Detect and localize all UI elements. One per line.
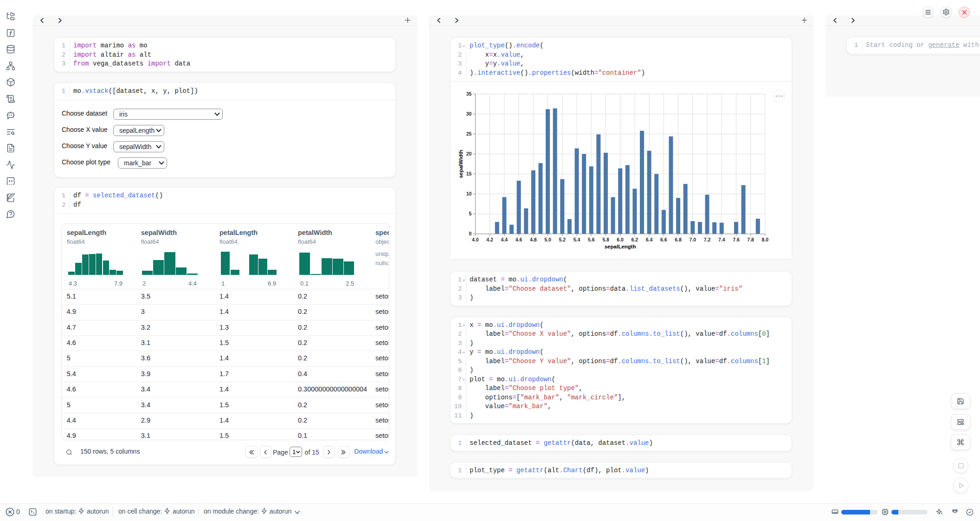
svg-text:5: 5 (469, 211, 472, 216)
svg-text:6.4: 6.4 (646, 237, 653, 242)
svg-text:sepalWidth: sepalWidth (458, 150, 464, 178)
svg-text:10: 10 (466, 191, 472, 196)
svg-text:5.8: 5.8 (602, 237, 609, 242)
svg-text:7.0: 7.0 (689, 237, 696, 242)
svg-text:30: 30 (466, 111, 472, 117)
svg-text:6.2: 6.2 (632, 237, 638, 242)
svg-text:5.0: 5.0 (544, 237, 551, 242)
svg-text:4.0: 4.0 (472, 237, 479, 242)
svg-text:35: 35 (466, 91, 472, 97)
svg-text:5.6: 5.6 (588, 237, 595, 242)
svg-text:8.0: 8.0 (762, 237, 769, 242)
svg-text:7.2: 7.2 (704, 237, 711, 242)
svg-text:5.4: 5.4 (574, 237, 580, 242)
svg-text:4.2: 4.2 (486, 237, 493, 242)
svg-text:4.6: 4.6 (516, 237, 522, 242)
svg-text:15: 15 (466, 171, 472, 176)
svg-text:4.4: 4.4 (501, 237, 508, 242)
svg-text:5.2: 5.2 (559, 237, 566, 242)
svg-text:6.6: 6.6 (660, 237, 667, 242)
svg-text:7.8: 7.8 (747, 237, 754, 242)
svg-text:7.4: 7.4 (718, 237, 725, 242)
svg-text:7.6: 7.6 (733, 237, 740, 242)
svg-text:4.8: 4.8 (530, 237, 537, 242)
svg-text:sepalLength: sepalLength (605, 244, 636, 249)
svg-text:25: 25 (466, 131, 472, 137)
svg-text:0: 0 (469, 231, 472, 236)
svg-text:6.0: 6.0 (617, 237, 624, 242)
svg-text:6.8: 6.8 (675, 237, 682, 242)
svg-text:20: 20 (466, 151, 472, 156)
